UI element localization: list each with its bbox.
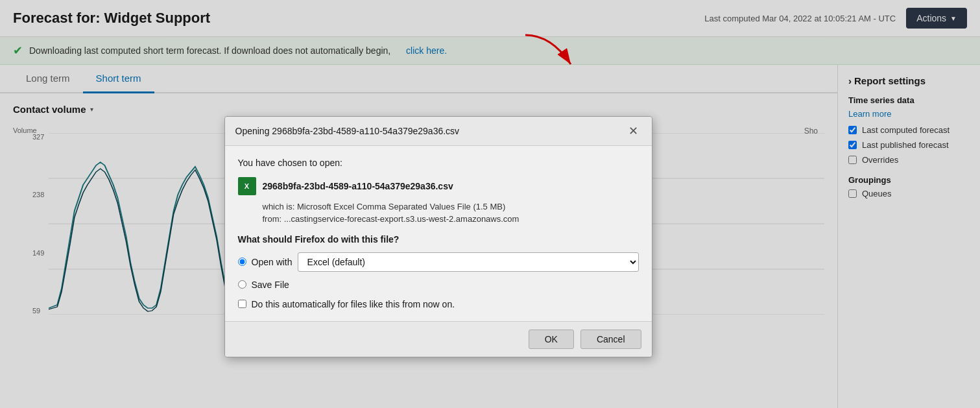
file-name: 2968b9fa-23bd-4589-a110-54a379e29a36.csv [263,181,453,191]
groupings-section: Groupings Queues [848,175,970,198]
dialog-question: What should Firefox do with this file? [238,234,639,245]
checkbox-overrides-input[interactable] [848,156,857,164]
radio-open-with-input[interactable] [238,258,246,266]
file-type-info: which is: Microsoft Excel Comma Separate… [263,202,639,211]
click-here-link[interactable]: click here. [406,45,447,56]
radio-group: Open with Excel (default) Save File [238,252,639,290]
radio-save-file-label: Save File [252,280,289,290]
sho-label: Sho [804,126,818,136]
chart-dropdown-icon[interactable]: ▾ [90,106,93,113]
tabs-bar: Long term Short term [0,65,837,93]
file-from-info: from: ...castingservice-forecast-export.… [263,214,639,224]
checkbox-last-published[interactable]: Last published forecast [848,140,970,150]
download-banner: ✔ Downloading last computed short term f… [0,37,980,65]
auto-checkbox-label: Do this automatically for files like thi… [252,299,455,309]
checkbox-overrides[interactable]: Overrides [848,155,970,165]
checkbox-overrides-label: Overrides [862,155,898,165]
dialog-titlebar: Opening 2968b9fa-23bd-4589-a110-54a379e2… [225,117,652,146]
time-series-checkboxes: Last computed forecast Last published fo… [848,125,970,165]
header-right: Last computed Mar 04, 2022 at 10:05:21 A… [704,8,967,29]
learn-more-link[interactable]: Learn more [848,109,970,119]
right-panel: › Report settings Time series data Learn… [837,65,980,408]
dialog-footer: OK Cancel [225,321,652,357]
report-settings-title: Report settings [854,75,926,86]
report-settings-header[interactable]: › Report settings [848,75,970,86]
page-title: Forecast for: Widget Support [13,10,210,27]
actions-button[interactable]: Actions ▼ [906,8,967,29]
tab-long-term[interactable]: Long term [13,65,83,93]
radio-save-file-input[interactable] [238,280,246,289]
last-computed-timestamp: Last computed Mar 04, 2022 at 10:05:21 A… [704,14,896,23]
dialog-intro-text: You have chosen to open: [238,158,639,168]
dialog-body: You have chosen to open: X 2968b9fa-23bd… [225,146,652,321]
radio-save-file: Save File [238,280,639,290]
groupings-checkboxes: Queues [848,189,970,198]
file-excel-icon: X [238,177,256,195]
checkbox-queues-label: Queues [862,189,892,198]
header: Forecast for: Widget Support Last comput… [0,0,980,37]
y-axis: 327 238 149 59 [32,133,44,315]
ok-button[interactable]: OK [529,330,574,349]
checkbox-last-published-input[interactable] [848,141,857,149]
y-tick-59: 59 [32,307,44,315]
y-tick-149: 149 [32,249,44,257]
checkbox-last-computed-label: Last computed forecast [862,125,950,135]
banner-message: Downloading last computed short term for… [29,45,390,56]
auto-checkbox-input[interactable] [238,300,246,308]
time-series-label: Time series data [848,95,970,105]
checkbox-last-published-label: Last published forecast [862,140,949,150]
chevron-down-icon: ▼ [950,15,957,22]
checkbox-queues[interactable]: Queues [848,189,970,198]
chart-title: Contact volume [13,104,86,115]
success-icon: ✔ [13,43,23,58]
chevron-right-icon: › [848,75,852,86]
checkbox-queues-input[interactable] [848,189,857,198]
y-tick-327: 327 [32,133,44,141]
auto-checkbox[interactable]: Do this automatically for files like thi… [238,299,639,309]
checkbox-last-computed-input[interactable] [848,126,857,134]
radio-open-with-label: Open with [252,257,293,267]
file-open-dialog: Opening 2968b9fa-23bd-4589-a110-54a379e2… [224,116,652,357]
dialog-title: Opening 2968b9fa-23bd-4589-a110-54a379e2… [235,126,460,136]
radio-open-with: Open with Excel (default) [238,252,639,272]
checkbox-last-computed[interactable]: Last computed forecast [848,125,970,135]
tab-short-term[interactable]: Short term [83,65,154,93]
cancel-button[interactable]: Cancel [580,330,641,349]
actions-label: Actions [916,13,946,23]
dialog-close-button[interactable]: ✕ [626,123,641,139]
groupings-label: Groupings [848,175,970,185]
chart-header: Contact volume ▾ [13,104,824,115]
y-tick-238: 238 [32,191,44,198]
app-select[interactable]: Excel (default) [298,252,639,272]
file-row: X 2968b9fa-23bd-4589-a110-54a379e29a36.c… [238,177,639,195]
